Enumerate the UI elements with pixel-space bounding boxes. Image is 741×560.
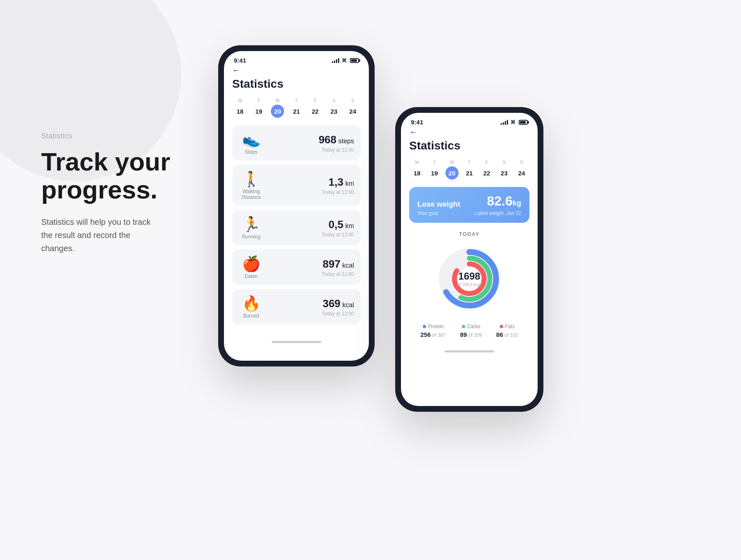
steps-main: 968 steps (263, 133, 354, 146)
p2-cal-day-0: M 18 (409, 160, 425, 180)
fats-label: Fats (496, 324, 518, 329)
phone2-back-button[interactable]: ← (409, 127, 529, 137)
protein-current: 256 (420, 331, 431, 338)
macro-protein: Protein 256 of 387 (420, 324, 446, 338)
goal-date: Latest weight, Jan 22 (475, 210, 521, 216)
p2-cal-day-4: F 22 (479, 160, 494, 180)
phone2-time: 9:41 (411, 119, 423, 126)
p2-cal-day-3: T 21 (461, 160, 477, 180)
burned-icon-col: 🔥 Burned (239, 295, 263, 319)
macro-row: Protein 256 of 387 Carbs 89 of 209 (409, 324, 529, 338)
carbs-label: Carbs (460, 324, 482, 329)
phone2-home-indicator (445, 350, 494, 352)
donut-chart-container: 1698 of 2052 kcal (409, 244, 529, 314)
phone2: 9:41 ⌘ ← Statistics M (395, 107, 543, 412)
macro-carbs: Carbs 89 of 209 (460, 324, 482, 338)
cal-day-5: S 23 (326, 98, 342, 118)
running-values: 0,5 km Today at 12:00 (263, 218, 354, 238)
cal-day-0: M 18 (232, 98, 248, 118)
steps-label: Steps (245, 149, 258, 155)
donut-sub: of 2052 kcal (457, 282, 481, 287)
headline: Track yourprogress. (41, 148, 222, 204)
cal-day-6: S 24 (345, 98, 361, 118)
phone2-wifi-icon: ⌘ (510, 119, 515, 125)
stat-burned[interactable]: 🔥 Burned 369 kcal Today at 12:00 (232, 289, 361, 324)
cal-day-4: F 22 (308, 98, 323, 118)
left-section: Statistics Track yourprogress. Statistic… (41, 132, 222, 255)
steps-time: Today at 12:00 (263, 147, 354, 153)
phone2-signal-icon (501, 120, 508, 125)
running-main: 0,5 km (263, 218, 354, 231)
phone2-calendar: M 18 T 19 W 20 T 21 (409, 160, 529, 180)
cal-day-1: T 19 (251, 98, 267, 118)
carbs-total: of 209 (467, 332, 482, 338)
burned-values: 369 kcal Today at 12:00 (263, 297, 354, 317)
protein-values: 256 of 387 (420, 331, 446, 338)
phone2-title: Statistics (409, 139, 529, 152)
eaten-icon-col: 🍎 Eaten (239, 255, 263, 279)
p2-cal-day-2[interactable]: W 20 (444, 160, 460, 180)
walking-label: Walking Distance (239, 189, 263, 200)
p2-cal-day-5: S 23 (496, 160, 512, 180)
p2-cal-day-1: T 19 (426, 160, 442, 180)
phone1-title: Statistics (232, 77, 361, 91)
steps-values: 968 steps Today at 12:00 (263, 133, 354, 153)
phones-area: 9:41 ⌘ ← Statistics M (198, 25, 716, 535)
carbs-dot (462, 325, 465, 328)
today-label: TODAY (409, 231, 529, 237)
steps-icon: 👟 (240, 131, 262, 148)
stat-eaten[interactable]: 🍎 Eaten 897 kcal Today at 12:00 (232, 250, 361, 285)
burned-time: Today at 12:00 (263, 311, 354, 317)
eaten-label: Eaten (245, 273, 257, 279)
cal-day-2[interactable]: W 20 (270, 98, 285, 118)
cal-day-3: T 21 (289, 98, 304, 118)
phone1: 9:41 ⌘ ← Statistics M (218, 45, 375, 366)
donut-main-value: 1698 (457, 271, 481, 282)
goal-left: Lose weight Your goal (417, 200, 460, 216)
back-button[interactable]: ← (232, 65, 361, 75)
running-icon: 🏃 (240, 216, 262, 233)
stat-walking[interactable]: 🚶 Walking Distance 1,3 km Today at 12:00 (232, 165, 361, 206)
goal-title: Lose weight (417, 200, 460, 209)
carbs-values: 89 of 209 (460, 331, 482, 338)
burned-main: 369 kcal (263, 297, 354, 310)
carbs-text: Carbs (467, 324, 480, 329)
running-label: Running (242, 234, 261, 240)
goal-banner: Lose weight Your goal 82.6kg Latest weig… (409, 187, 529, 223)
walking-values: 1,3 km Today at 12:00 (263, 176, 354, 195)
fats-dot (500, 325, 503, 328)
phone1-status-icons: ⌘ (332, 58, 359, 63)
protein-dot (423, 325, 426, 328)
home-indicator (272, 341, 321, 343)
signal-icon (332, 58, 339, 63)
section-label: Statistics (41, 132, 222, 140)
eaten-main: 897 kcal (263, 258, 354, 271)
wifi-icon: ⌘ (342, 58, 347, 63)
phone2-battery-icon (519, 120, 528, 125)
goal-unit: kg (513, 199, 521, 207)
phone2-screen: 9:41 ⌘ ← Statistics M (401, 113, 538, 406)
fats-current: 86 (496, 331, 503, 338)
phone1-content: ← Statistics M 18 T 19 W 20 (224, 65, 369, 337)
fats-values: 86 of 102 (496, 331, 518, 338)
stat-steps[interactable]: 👟 Steps 968 steps Today at 12:00 (232, 125, 361, 161)
walking-icon: 🚶 (240, 170, 262, 188)
description: Statistics will help you to trackthe res… (41, 215, 222, 255)
goal-value-row: 82.6kg (475, 194, 521, 209)
donut-center: 1698 of 2052 kcal (457, 271, 481, 287)
eaten-values: 897 kcal Today at 12:00 (263, 258, 354, 277)
phone1-time: 9:41 (234, 57, 246, 64)
macro-fats: Fats 86 of 102 (496, 324, 518, 338)
goal-subtitle: Your goal (417, 210, 460, 216)
protein-text: Protein (428, 324, 444, 329)
phone2-status-icons: ⌘ (501, 119, 528, 125)
phone1-calendar: M 18 T 19 W 20 T 21 (232, 98, 361, 118)
fats-text: Fats (505, 324, 515, 329)
p2-cal-day-6: S 24 (514, 160, 529, 180)
battery-icon (350, 58, 359, 63)
carbs-current: 89 (460, 331, 467, 338)
stat-running[interactable]: 🏃 Running 0,5 km Today at 12:00 (232, 210, 361, 245)
eaten-time: Today at 12:00 (263, 271, 354, 277)
goal-right: 82.6kg Latest weight, Jan 22 (475, 194, 521, 216)
running-time: Today at 12:00 (263, 232, 354, 238)
